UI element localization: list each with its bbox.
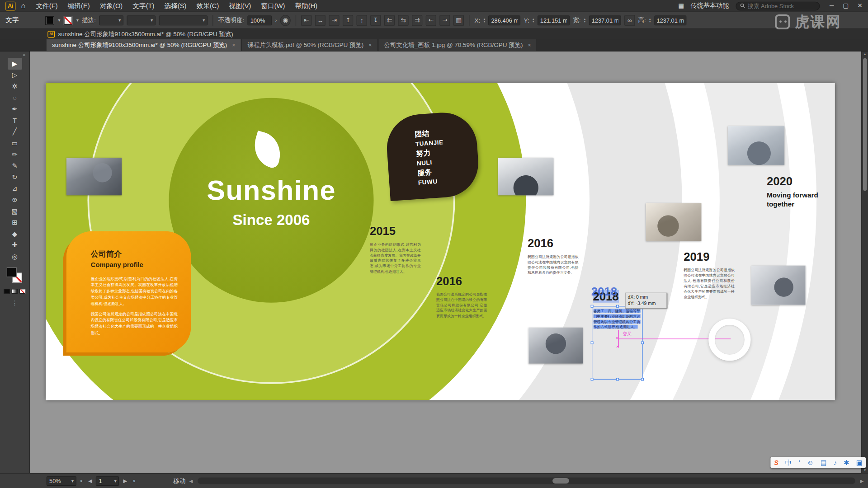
canvas[interactable]: Sunshine Since 2006 团结 TUANJIE 努力 NULI 服… [30,52,861,473]
rotate-tool[interactable]: ↻ [8,172,22,183]
menu-edit[interactable]: 编辑(E) [63,0,95,12]
tab-close-icon[interactable]: × [232,42,235,48]
stroke-color-swatch[interactable] [64,16,73,25]
milestone-year[interactable]: 2015 [370,225,421,238]
photo-standing-pair[interactable] [728,126,784,165]
align-center-icon[interactable]: ↔ [315,14,326,25]
distribute-left-icon[interactable]: ⇇ [384,14,395,25]
height-spinner[interactable]: ▴▾ [649,18,651,23]
previous-artboard-button[interactable]: ◀ [88,478,92,483]
menu-type[interactable]: 文字(T) [127,0,159,12]
menu-select[interactable]: 选择(S) [159,0,191,12]
magic-wand-tool[interactable]: ✲ [8,81,22,92]
x-input[interactable] [488,15,520,25]
stock-search[interactable] [736,1,820,10]
artboard[interactable]: Sunshine Since 2006 团结 TUANJIE 努力 NULI 服… [46,83,835,400]
align-right-icon[interactable]: ⇥ [329,14,340,25]
company-profile-card[interactable]: 公司简介 Company profile 推企业的组织形式,以营利为目的的社团法… [66,231,191,352]
milestone-2016-a[interactable]: 2016 我国公司法所规定的公司是指依照公司法在中国境内设立的有限责任公司和股份… [436,274,487,319]
menu-view[interactable]: 视图(V) [224,0,256,12]
milestone-text-selected[interactable]: 各类工、商、建筑、运输等部门中主要行业经济组织的营运管理均以专业管理机构分工协作… [594,308,641,330]
constrain-proportions-icon[interactable]: ∞ [624,14,635,25]
menu-window[interactable]: 窗口(W) [256,0,290,12]
align-top-icon[interactable]: ↥ [343,14,353,25]
menu-object[interactable]: 对象(O) [95,0,128,12]
hand-tool[interactable]: ✚ [8,239,22,251]
voice-input-icon[interactable]: ♪ [834,459,837,466]
workspace-switcher[interactable]: 传统基本功能 [691,2,729,10]
milestone-text[interactable]: 我国公司法所规定的公司是指依照公司法在中国境内设立的公司法人,包括有限责任公司和… [684,267,735,300]
shape-builder-tool[interactable]: ⊕ [8,194,22,206]
toolbar-more-icon[interactable]: ⋮ [12,299,18,306]
horizontal-scroll-thumb[interactable] [553,478,570,483]
opacity-more-icon[interactable]: › [275,18,277,23]
height-input[interactable] [654,15,686,25]
milestone-text[interactable]: 我国公司法所规定的公司是指依照公司法在中国境内设立的有限责任公司和股份有限公司,… [528,254,579,276]
artboard-number-input[interactable] [99,478,111,484]
next-artboard-button[interactable]: ▶ [123,478,127,483]
menu-help[interactable]: 帮助(H) [290,0,322,12]
gradient-mode-button[interactable] [12,289,18,294]
mesh-tool[interactable]: ⊞ [8,217,22,228]
selection-handle[interactable] [616,378,619,380]
punctuation-icon[interactable]: ’ [799,459,800,466]
menu-file[interactable]: 文件(F) [31,0,62,12]
zoom-tool[interactable]: ◎ [8,251,22,262]
chinese-mode-icon[interactable]: 中 [785,458,792,467]
milestone-2019[interactable]: 2019 我国公司法所规定的公司是指依照公司法在中国境内设立的公司法人,包括有限… [684,250,735,300]
milestone-text[interactable]: 推企业务的组织形式,以营利为目的的社团法人,在资本主义社会获得高度发展。我国在改… [370,242,421,274]
panel-collapse-icon[interactable]: » [23,52,29,58]
values-card[interactable]: 团结 TUANJIE 努力 NULI 服务 FUWU [385,110,481,201]
emoji-icon[interactable]: ☺ [807,459,814,466]
menu-effect[interactable]: 效果(C) [191,0,224,12]
align-left-icon[interactable]: ⇤ [301,14,311,25]
selection-handle[interactable] [591,378,594,380]
home-icon[interactable]: ⌂ [21,2,26,10]
distribute-h-icon[interactable]: ⇠ [426,14,436,25]
scale-tool[interactable]: ⊿ [8,183,22,194]
fill-dropdown-icon[interactable]: ▾ [58,18,61,23]
align-to-grid-icon[interactable]: ▦ [453,14,464,25]
ring-shape[interactable] [708,319,750,361]
opacity-input[interactable] [248,15,272,25]
last-art board-button[interactable]: ⇥ [131,478,135,483]
paintbrush-tool[interactable]: ✏ [8,149,22,160]
gradient-tool[interactable]: ▧ [8,206,22,217]
brand-title[interactable]: Sunshine [188,174,354,206]
scroll-up-icon[interactable]: ▲ [862,52,868,56]
selection-tool[interactable]: ▶ [8,58,22,70]
pencil-tool[interactable]: ✎ [8,160,22,171]
sogou-logo-icon[interactable]: S [774,459,778,466]
selection-handle[interactable] [641,342,644,344]
x-spinner[interactable]: ▴▾ [484,18,485,23]
scroll-left-icon[interactable]: ◀ [189,479,193,483]
y-input[interactable] [538,15,570,25]
lasso-tool[interactable]: ◌ [8,92,22,103]
type-tool[interactable]: T [8,115,22,126]
scroll-right-icon[interactable]: ▶ [860,479,864,483]
photo-team-meeting[interactable] [66,158,122,195]
selection-handle[interactable] [616,305,619,308]
milestone-2018-selected[interactable]: 2018 2018 各类工、商、建筑、运输等部门中主要行业经济组织的营运管理均以… [593,290,618,303]
minimize-button[interactable]: ─ [830,2,834,9]
zoom-level-select[interactable]: 50% ▾ [47,476,76,486]
brush-select[interactable]: ▾ [127,15,156,25]
vertical-scrollbar[interactable]: ▲ ▼ [861,52,868,473]
y-spinner[interactable]: ▴▾ [533,18,534,23]
line-segment-tool[interactable]: ╱ [8,126,22,137]
tab-close-icon[interactable]: × [528,42,531,48]
milestone-year[interactable]: 2016 [528,237,579,250]
distribute-center-icon[interactable]: ⇆ [398,14,409,25]
milestone-2016-b[interactable]: 2016 我国公司法所规定的公司是指依照公司法在中国境内设立的有限责任公司和股份… [528,237,579,276]
distribute-right-icon[interactable]: ⇉ [412,14,422,25]
tab-close-icon[interactable]: × [368,42,372,48]
selection-frame[interactable]: 各类工、商、建筑、运输等部门中主要行业经济组织的营运管理均以专业管理机构分工协作… [592,306,643,380]
tab-document-2[interactable]: 课程片头模板.pdf @ 50% (RGB/GPU 预览) × [242,39,378,51]
none-mode-button[interactable] [19,289,25,294]
selection-handle[interactable] [591,342,594,344]
globe-icon[interactable]: ◉ [280,14,291,25]
ime-settings-icon[interactable]: ✱ [844,459,849,466]
vertical-scroll-thumb[interactable] [863,58,867,191]
milestone-year[interactable]: 2020 [767,175,820,188]
horizontal-scrollbar[interactable] [198,478,855,484]
